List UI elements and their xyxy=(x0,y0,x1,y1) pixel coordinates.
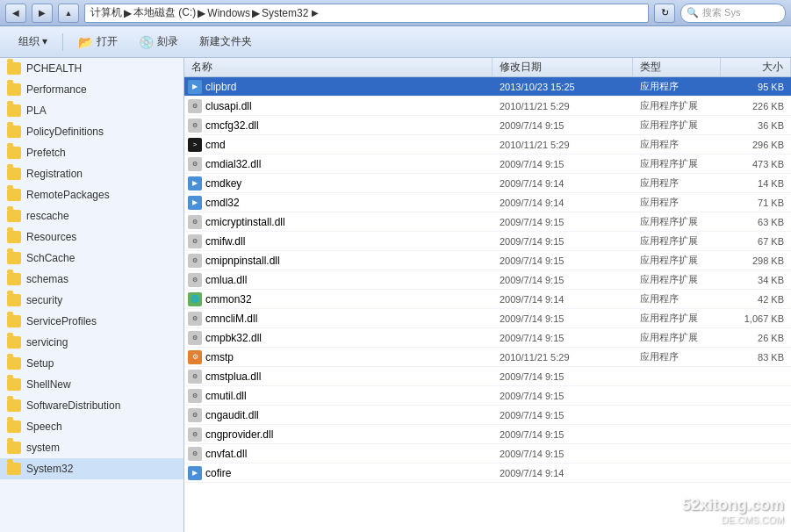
address-computer: 计算机 xyxy=(90,5,122,20)
table-row[interactable]: ⚙cmipnpinstall.dll2009/7/14 9:15应用程序扩展29… xyxy=(184,251,791,270)
new-folder-button[interactable]: 新建文件夹 xyxy=(190,30,262,54)
new-folder-label: 新建文件夹 xyxy=(199,34,252,49)
sidebar-item-shellnew[interactable]: ShellNew xyxy=(0,374,183,395)
address-bar[interactable]: 计算机 ▶ 本地磁盘 (C:) ▶ Windows ▶ System32 ▶ xyxy=(84,4,649,23)
folder-icon xyxy=(7,315,21,327)
sidebar-item-serviceprofiles[interactable]: ServiceProfiles xyxy=(0,311,183,332)
file-name-text: cngprovider.dll xyxy=(205,428,273,441)
file-name-cell: ⚙cmncliM.dll xyxy=(184,312,493,326)
sidebar-item-schcache[interactable]: SchCache xyxy=(0,248,183,269)
file-name-cell: ⚙cmdial32.dll xyxy=(184,157,493,171)
search-placeholder-text: 搜索 Sys xyxy=(702,6,740,19)
folder-icon xyxy=(7,189,21,201)
sidebar-item-label: RemotePackages xyxy=(26,189,110,201)
sidebar-item-system[interactable]: system xyxy=(0,437,183,458)
col-header-name[interactable]: 名称 xyxy=(184,58,493,76)
refresh-button[interactable]: ↻ xyxy=(654,4,675,23)
open-button[interactable]: 📂 打开 xyxy=(68,30,127,54)
table-row[interactable]: ⚙cmutil.dll2009/7/14 9:15 xyxy=(184,386,791,406)
table-row[interactable]: ⚙cngaudit.dll2009/7/14 9:15 xyxy=(184,406,791,425)
sidebar-item-speech[interactable]: Speech xyxy=(0,416,183,437)
file-type: 应用程序 xyxy=(633,138,721,151)
table-row[interactable]: ⚙clusapi.dll2010/11/21 5:29应用程序扩展226 KB xyxy=(184,97,791,116)
table-row[interactable]: >cmd2010/11/21 5:29应用程序296 KB xyxy=(184,135,791,155)
table-row[interactable]: ⚙cnvfat.dll2009/7/14 9:15 xyxy=(184,444,791,464)
file-date: 2009/7/14 9:14 xyxy=(493,178,633,189)
sidebar-item-policydefinitions[interactable]: PolicyDefinitions xyxy=(0,121,183,142)
file-list[interactable]: ▶clipbrd2013/10/23 15:25应用程序95 KB⚙clusap… xyxy=(184,77,791,532)
table-row[interactable]: ▶cmdkey2009/7/14 9:14应用程序14 KB xyxy=(184,174,791,193)
address-drive: 本地磁盘 (C:) xyxy=(133,5,196,20)
sidebar-item-servicing[interactable]: servicing xyxy=(0,332,183,353)
exe-file-icon: ▶ xyxy=(188,196,202,210)
sidebar-item-setup[interactable]: Setup xyxy=(0,353,183,374)
sidebar-item-label: PCHEALTH xyxy=(26,62,82,75)
folder-icon xyxy=(7,126,21,138)
sidebar-item-prefetch[interactable]: Prefetch xyxy=(0,142,183,163)
search-box[interactable]: 🔍 搜索 Sys xyxy=(680,4,786,23)
exe-file-icon: ▶ xyxy=(188,466,202,480)
file-date: 2009/7/14 9:15 xyxy=(493,391,633,401)
column-headers: 名称 修改日期 类型 大小 xyxy=(184,58,791,77)
sidebar-item-performance[interactable]: Performance xyxy=(0,79,183,100)
table-row[interactable]: ⚙cmicryptinstall.dll2009/7/14 9:15应用程序扩展… xyxy=(184,212,791,232)
sidebar-item-registration[interactable]: Registration xyxy=(0,163,183,184)
dll-file-icon: ⚙ xyxy=(188,389,202,403)
content-area: 名称 修改日期 类型 大小 ▶clipbrd2013/10/23 15:25应用… xyxy=(184,58,791,532)
col-header-date[interactable]: 修改日期 xyxy=(493,58,633,76)
table-row[interactable]: 🌐cmmon322009/7/14 9:14应用程序42 KB xyxy=(184,290,791,309)
table-row[interactable]: ▶clipbrd2013/10/23 15:25应用程序95 KB xyxy=(184,77,791,97)
file-date: 2010/11/21 5:29 xyxy=(493,101,633,111)
folder-icon xyxy=(7,83,21,96)
table-row[interactable]: ⚙cmstplua.dll2009/7/14 9:15 xyxy=(184,367,791,386)
file-date: 2009/7/14 9:15 xyxy=(493,313,633,324)
sidebar-item-remotepackages[interactable]: RemotePackages xyxy=(0,184,183,205)
burn-button[interactable]: 💿 刻录 xyxy=(129,30,188,54)
table-row[interactable]: ⚙cmcfg32.dll2009/7/14 9:15应用程序扩展36 KB xyxy=(184,116,791,135)
sidebar-item-pla[interactable]: PLA xyxy=(0,100,183,121)
sidebar-item-label: Registration xyxy=(26,168,83,180)
organize-button[interactable]: 组织 ▾ xyxy=(9,30,57,54)
table-row[interactable]: ▶cmdl322009/7/14 9:14应用程序71 KB xyxy=(184,193,791,212)
sidebar-item-label: ServiceProfiles xyxy=(26,315,97,327)
table-row[interactable]: ⚙cmncliM.dll2009/7/14 9:15应用程序扩展1,067 KB xyxy=(184,309,791,328)
folder-icon xyxy=(7,168,21,180)
file-type: 应用程序扩展 xyxy=(633,331,721,344)
sidebar-item-label: servicing xyxy=(26,336,68,349)
sidebar-item-system32[interactable]: System32 xyxy=(0,458,183,479)
folder-icon xyxy=(7,147,21,159)
file-type: 应用程序 xyxy=(633,176,721,190)
table-row[interactable]: ⚙cmstp2010/11/21 5:29应用程序83 KB xyxy=(184,348,791,367)
back-button[interactable]: ◀ xyxy=(5,4,26,23)
sidebar-item-rescache[interactable]: rescache xyxy=(0,205,183,226)
col-header-type[interactable]: 类型 xyxy=(633,58,721,76)
open-icon: 📂 xyxy=(78,35,93,49)
file-size: 67 KB xyxy=(721,236,791,247)
sidebar-item-softwaredistribution[interactable]: SoftwareDistribution xyxy=(0,395,183,416)
table-row[interactable]: ⚙cmlua.dll2009/7/14 9:15应用程序扩展34 KB xyxy=(184,270,791,290)
file-name-cell: ⚙cmifw.dll xyxy=(184,234,493,248)
file-name-text: cmpbk32.dll xyxy=(205,332,262,344)
sidebar-item-resources[interactable]: Resources xyxy=(0,226,183,248)
sidebar-item-schemas[interactable]: schemas xyxy=(0,269,183,290)
dll-file-icon: ⚙ xyxy=(188,408,202,422)
burn-icon: 💿 xyxy=(139,35,154,49)
file-name-cell: ▶cofire xyxy=(184,466,493,480)
table-row[interactable]: ▶cofire2009/7/14 9:14 xyxy=(184,464,791,483)
table-row[interactable]: ⚙cmpbk32.dll2009/7/14 9:15应用程序扩展26 KB xyxy=(184,328,791,348)
table-row[interactable]: ⚙cmdial32.dll2009/7/14 9:15应用程序扩展473 KB xyxy=(184,155,791,174)
title-bar: ◀ ▶ ▲ 计算机 ▶ 本地磁盘 (C:) ▶ Windows ▶ System… xyxy=(0,0,791,26)
file-size: 95 KB xyxy=(721,82,791,92)
forward-button[interactable]: ▶ xyxy=(32,4,53,23)
address-sep-3: ▶ xyxy=(252,7,260,19)
up-button[interactable]: ▲ xyxy=(58,4,79,23)
sidebar-item-pchealth[interactable]: PCHEALTH xyxy=(0,58,183,79)
file-size: 473 KB xyxy=(721,159,791,169)
folder-icon xyxy=(7,442,21,454)
table-row[interactable]: ⚙cngprovider.dll2009/7/14 9:15 xyxy=(184,425,791,444)
folder-icon xyxy=(7,252,21,264)
table-row[interactable]: ⚙cmifw.dll2009/7/14 9:15应用程序扩展67 KB xyxy=(184,232,791,251)
col-header-size[interactable]: 大小 xyxy=(721,58,791,76)
sidebar[interactable]: PCHEALTHPerformancePLAPolicyDefinitionsP… xyxy=(0,58,184,532)
sidebar-item-security[interactable]: security xyxy=(0,290,183,311)
